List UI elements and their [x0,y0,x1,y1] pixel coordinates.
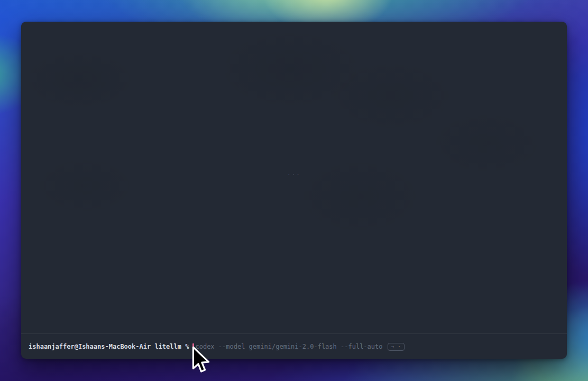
prompt-symbol: % [185,341,189,352]
text-caret [192,343,194,350]
terminal-window[interactable]: ··· ishaanjaffer@Ishaans-MacBook-Air lit… [21,22,567,359]
screen: ··· ishaanjaffer@Ishaans-MacBook-Air lit… [0,0,588,381]
autosuggestion-text: codex --model gemini/gemini-2.0-flash --… [195,341,382,352]
input-separator-line [21,333,567,334]
prompt-user-host: ishaanjaffer@Ishaans-MacBook-Air [29,341,151,352]
prompt-directory: litellm [154,341,181,352]
accept-suggestion-key-hint: → · [388,343,404,351]
terminal-input-line[interactable]: ishaanjaffer@Ishaans-MacBook-Air litellm… [29,341,405,352]
terminal-output-area: ··· [21,22,567,333]
loading-indicator: ··· [284,171,304,179]
